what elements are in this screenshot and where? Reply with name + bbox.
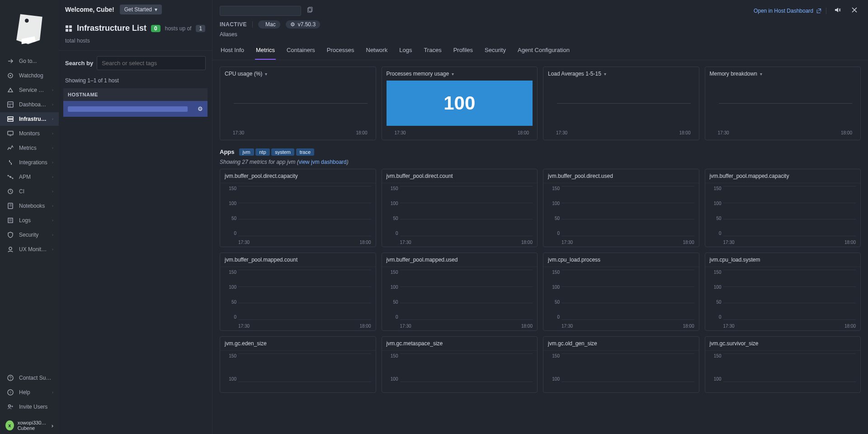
tab-processes[interactable]: Processes <box>326 42 355 60</box>
metric-title: jvm.gc.survivor_size <box>705 337 861 351</box>
sidebar-item-service-mgmt[interactable]: Service Mgmt› <box>0 83 59 97</box>
metric-chart: 15010050017:3018:00 <box>543 183 699 247</box>
svg-point-12 <box>9 247 12 250</box>
metric-title: jvm.buffer_pool.direct.used <box>543 169 699 183</box>
host-row[interactable]: ⚙ <box>63 101 208 117</box>
tab-agent-configuration[interactable]: Agent Configuration <box>517 42 571 60</box>
hosts-up-label: hosts up of <box>165 25 192 32</box>
tab-network[interactable]: Network <box>365 42 389 60</box>
metric-chart: 150100 <box>220 351 376 392</box>
svg-point-2 <box>10 75 11 76</box>
datadog-logo[interactable] <box>0 0 59 54</box>
metric-card: jvm.gc.survivor_size150100 <box>705 336 861 393</box>
tab-host-info[interactable]: Host Info <box>220 42 245 60</box>
metric-card: jvm.buffer_pool.direct.capacity150100500… <box>220 169 376 247</box>
app-chip-jvm[interactable]: jvm <box>239 148 254 156</box>
mute-button[interactable] <box>831 5 844 17</box>
sidebar-item-label: Invite Users <box>19 404 53 410</box>
sidebar-item-label: Service Mgmt <box>19 87 47 93</box>
metric-chart: 150100 <box>705 351 861 392</box>
chevron-down-icon[interactable]: ▾ <box>265 72 267 76</box>
agent-icon: ⚙ <box>290 21 295 28</box>
page-title: Infrastructure List <box>77 24 146 33</box>
user-menu[interactable]: x xowopi3301@... Cubene › <box>0 417 59 434</box>
app-chip-trace[interactable]: trace <box>296 148 314 156</box>
chevron-down-icon[interactable]: ▾ <box>604 72 606 76</box>
chevron-right-icon: › <box>52 131 53 136</box>
sidebar-item-go-to-[interactable]: Go to... <box>0 54 59 68</box>
metric-card: jvm.gc.eden_size150100 <box>220 336 376 393</box>
get-started-button[interactable]: Get Started ▾ <box>120 5 162 14</box>
sidebar-item-label: Notebooks <box>19 203 47 209</box>
host-list-panel: Welcome, Cube! Get Started ▾ Infrastruct… <box>59 0 212 434</box>
tab-containers[interactable]: Containers <box>286 42 316 60</box>
arrow-right-icon <box>6 57 14 65</box>
metric-chart: 15010050017:3018:00 <box>382 183 538 247</box>
hosts-up-badge: 0 <box>151 25 160 32</box>
sidebar-item-notebooks[interactable]: Notebooks› <box>0 199 59 213</box>
tab-logs[interactable]: Logs <box>398 42 413 60</box>
platform-pill: Mac <box>258 20 280 29</box>
tab-traces[interactable]: Traces <box>423 42 442 60</box>
proc-mem-value: 100 <box>387 81 533 126</box>
metric-chart: 15010050017:3018:00 <box>220 183 376 247</box>
metric-card: jvm.gc.metaspace_size150100 <box>382 336 538 393</box>
sidebar-item-ci[interactable]: CI› <box>0 185 59 198</box>
sidebar-item-logs[interactable]: Logs› <box>0 214 59 227</box>
avatar: x <box>5 420 14 430</box>
sidebar-item-label: Go to... <box>19 58 53 64</box>
summary-chart-3: Memory breakdown▾17:3018:00 <box>705 67 861 140</box>
view-dashboard-link[interactable]: view jvm dashboard <box>299 159 347 165</box>
svg-rect-3 <box>8 102 13 107</box>
hosts-total-badge: 1 <box>196 25 205 32</box>
sidebar-item-apm[interactable]: APM› <box>0 170 59 184</box>
host-title <box>220 6 301 16</box>
svg-text:?: ? <box>9 391 12 395</box>
hostname-column-header[interactable]: HOSTNAME <box>63 88 208 101</box>
sidebar-item-integrations[interactable]: Integrations› <box>0 156 59 169</box>
sidebar-item-metrics[interactable]: Metrics› <box>0 141 59 155</box>
search-input[interactable] <box>97 56 206 70</box>
sidebar-item-label: UX Monitoring <box>19 246 47 253</box>
chevron-down-icon[interactable]: ▾ <box>760 72 762 76</box>
sidebar-item-invite-users[interactable]: Invite Users <box>0 400 59 414</box>
sidebar-item-infrastructure[interactable]: Infrastructure› <box>0 112 59 126</box>
sidebar-item-monitors[interactable]: Monitors› <box>0 127 59 140</box>
tab-metrics[interactable]: Metrics <box>255 42 276 60</box>
svg-rect-6 <box>8 131 13 135</box>
chart-title: CPU usage (%) <box>225 71 262 77</box>
chevron-down-icon[interactable]: ▾ <box>452 72 454 76</box>
help-icon: ? <box>6 388 14 396</box>
hosts-icon <box>65 25 72 32</box>
close-button[interactable] <box>848 5 861 17</box>
copy-button[interactable] <box>306 6 314 15</box>
sidebar-item-contact-support[interactable]: Contact Support <box>0 371 59 385</box>
metric-title: jvm.buffer_pool.direct.count <box>382 169 538 183</box>
chevron-right-icon: › <box>52 175 53 179</box>
chevron-right-icon: › <box>52 117 53 121</box>
open-in-dashboard-link[interactable]: Open in Host Dashboard <box>754 8 821 14</box>
sidebar-item-security[interactable]: Security› <box>0 228 59 242</box>
app-chip-ntp[interactable]: ntp <box>255 148 269 156</box>
metric-card: jvm.buffer_pool.direct.count15010050017:… <box>382 169 538 247</box>
sidebar-item-help[interactable]: ?Help› <box>0 386 59 399</box>
metric-chart: 15010050017:3018:00 <box>382 267 538 330</box>
tab-security[interactable]: Security <box>484 42 507 60</box>
sidebar-item-watchdog[interactable]: Watchdog <box>0 69 59 82</box>
chart-title: Processes memory usage <box>387 71 449 77</box>
app-chip-system[interactable]: system <box>271 148 294 156</box>
svg-rect-19 <box>69 25 72 28</box>
sidebar-item-ux-monitoring[interactable]: UX Monitoring› <box>0 243 59 256</box>
svg-rect-18 <box>66 25 68 28</box>
result-count: Showing 1–1 of 1 host <box>59 76 212 88</box>
metric-chart: 15010050017:3018:00 <box>705 267 861 330</box>
tab-profiles[interactable]: Profiles <box>453 42 474 60</box>
chevron-right-icon: › <box>52 146 53 150</box>
sidebar-item-label: Metrics <box>19 145 47 151</box>
summary-chart-0: CPU usage (%)▾17:3018:00 <box>220 67 376 140</box>
welcome-text: Welcome, Cube! <box>65 6 114 13</box>
metric-card: jvm.cpu_load.process15010050017:3018:00 <box>543 253 699 331</box>
sidebar-item-dashboards[interactable]: Dashboards› <box>0 98 59 111</box>
chevron-down-icon: ▾ <box>155 6 157 13</box>
metric-card: jvm.cpu_load.system15010050017:3018:00 <box>705 253 861 331</box>
